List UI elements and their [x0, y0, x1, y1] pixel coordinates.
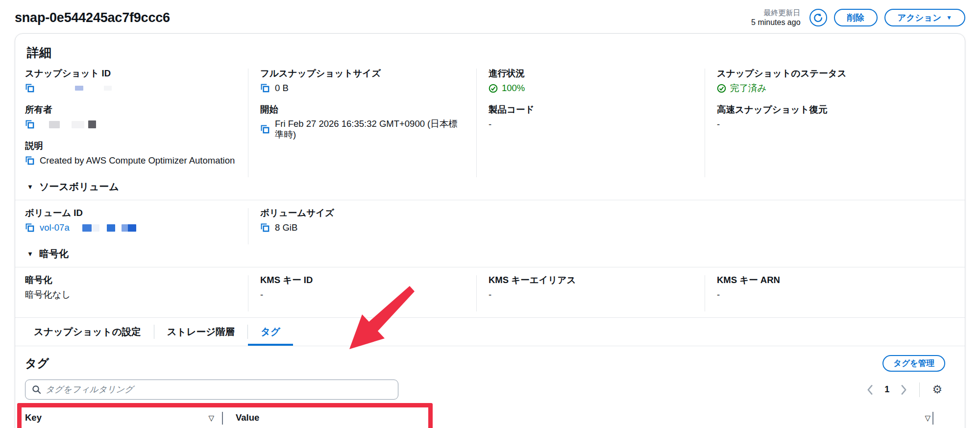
copy-snapshot-id-button[interactable] — [25, 83, 35, 93]
details-column-3: 進行状況 100% 製品コード - — [476, 69, 705, 177]
divider — [919, 382, 920, 397]
field-label: KMS キー ID — [260, 275, 465, 285]
key-column-filter-icon[interactable]: ▽ — [208, 414, 214, 422]
key-column-label: Key — [25, 412, 42, 423]
refresh-button[interactable] — [809, 9, 827, 26]
column-divider — [932, 412, 933, 425]
field-label: 進行状況 — [489, 69, 693, 78]
volume-size-value: 8 GiB — [275, 222, 297, 233]
field-kms-key-arn: KMS キー ARN - — [717, 275, 953, 301]
copy-icon — [260, 124, 270, 134]
field-label: スナップショットのステータス — [717, 69, 953, 78]
tags-table: Key ▽ Value ▽ — [25, 407, 953, 428]
encryption-section-toggle[interactable]: ▼ 暗号化 — [15, 244, 965, 267]
details-grid: スナップショット ID 所有者 — [15, 69, 965, 177]
field-owner: 所有者 — [25, 105, 236, 130]
copy-icon — [25, 223, 35, 233]
copy-owner-button[interactable] — [25, 119, 35, 129]
success-check-icon — [489, 84, 498, 93]
success-check-icon — [717, 84, 726, 93]
snapshot-card: 詳細 スナップショット ID 所有者 — [15, 33, 965, 428]
chevron-left-icon — [867, 384, 873, 395]
current-page[interactable]: 1 — [884, 384, 889, 395]
status-value: 完了済み — [730, 83, 766, 94]
field-label: 高速スナップショット復元 — [717, 105, 953, 115]
table-header-row: Key ▽ Value ▽ — [25, 407, 953, 428]
kms-key-id-value: - — [260, 289, 263, 300]
encryption-column-1: 暗号化 暗号化なし — [15, 275, 248, 311]
encryption-column-4: KMS キー ARN - — [705, 275, 965, 311]
field-label: KMS キーエイリアス — [489, 275, 693, 285]
manage-tags-button[interactable]: タグを管理 — [882, 355, 945, 372]
field-started: 開始 Fri Feb 27 2026 16:35:32 GMT+0900 (日本… — [260, 105, 465, 140]
tag-filter-input[interactable] — [46, 384, 392, 395]
value-column-filter-icon[interactable]: ▽ — [925, 414, 931, 422]
copy-size-button[interactable] — [260, 83, 270, 93]
encryption-column-3: KMS キーエイリアス - — [476, 275, 705, 311]
field-full-snapshot-size: フルスナップショットサイズ 0 B — [260, 69, 465, 94]
delete-button[interactable]: 削除 — [834, 9, 878, 26]
copy-description-button[interactable] — [25, 156, 35, 166]
caret-down-icon: ▼ — [946, 15, 952, 21]
key-column-header: Key ▽ — [25, 407, 223, 428]
tab-snapshot-settings[interactable]: スナップショットの設定 — [21, 318, 154, 346]
last-updated: 最終更新日 5 minutes ago — [751, 8, 801, 27]
tags-heading: タグ — [25, 356, 49, 371]
copy-volume-size-button[interactable] — [260, 223, 270, 233]
copy-started-button[interactable] — [260, 124, 270, 134]
redacted-value — [72, 121, 84, 128]
field-label: 開始 — [260, 105, 465, 115]
previous-page-button[interactable] — [867, 384, 873, 395]
progress-value: 100% — [502, 83, 525, 94]
tags-table-wrap: Key ▽ Value ▽ — [25, 407, 953, 428]
redacted-value — [122, 224, 136, 232]
source-volume-section-toggle[interactable]: ▼ ソースボリューム — [15, 177, 965, 200]
tag-filter-box — [25, 380, 398, 400]
field-volume-id: ボリューム ID vol-07a — [25, 208, 236, 234]
encryption-column-2: KMS キー ID - — [248, 275, 476, 311]
encryption-grid: 暗号化 暗号化なし KMS キー ID - KMS キーエイリアス - KMS … — [15, 267, 965, 311]
field-snapshot-id: スナップショット ID — [25, 69, 236, 94]
details-column-1: スナップショット ID 所有者 — [15, 69, 248, 177]
page-header: snap-0e544245ac7f9ccc6 最終更新日 5 minutes a… — [0, 0, 980, 33]
redacted-value — [88, 120, 96, 128]
copy-icon — [25, 119, 35, 129]
next-page-button[interactable] — [901, 384, 907, 395]
product-code-value: - — [489, 119, 491, 130]
source-volume-column-4 — [705, 208, 965, 244]
copy-icon — [25, 83, 35, 93]
field-label: ボリューム ID — [25, 208, 236, 218]
volume-id-link[interactable]: vol-07a — [40, 222, 70, 233]
source-volume-column-2: ボリュームサイズ 8 GiB — [248, 208, 476, 244]
source-volume-heading: ソースボリューム — [39, 180, 119, 193]
source-volume-grid: ボリューム ID vol-07a ボリュームサイズ — [15, 200, 965, 244]
actions-button[interactable]: アクション ▼ — [884, 9, 965, 26]
details-column-4: スナップショットのステータス 完了済み 高速スナップショット復元 - — [705, 69, 965, 177]
field-product-code: 製品コード - — [489, 105, 693, 130]
redacted-value — [92, 224, 99, 232]
field-fast-snapshot-restore: 高速スナップショット復元 - — [717, 105, 953, 130]
details-heading: 詳細 — [15, 34, 965, 69]
copy-icon — [260, 223, 270, 233]
snapshot-details-page: snap-0e544245ac7f9ccc6 最終更新日 5 minutes a… — [0, 0, 980, 428]
pagination: 1 ⚙ — [867, 382, 942, 397]
delete-button-label: 削除 — [847, 12, 864, 24]
collapse-icon: ▼ — [27, 183, 33, 190]
actions-button-label: アクション — [898, 12, 942, 24]
search-icon — [32, 385, 41, 394]
field-label: KMS キー ARN — [717, 275, 953, 285]
redacted-value — [49, 121, 60, 128]
fast-restore-value: - — [717, 119, 720, 130]
value-column-label: Value — [236, 412, 259, 423]
tab-storage-tier[interactable]: ストレージ階層 — [154, 318, 247, 346]
copy-volume-id-button[interactable] — [25, 223, 35, 233]
page-title: snap-0e544245ac7f9ccc6 — [15, 10, 170, 25]
copy-icon — [25, 156, 35, 166]
tab-tags[interactable]: タグ — [248, 318, 293, 346]
table-settings-button[interactable]: ⚙ — [932, 384, 942, 395]
field-label: 暗号化 — [25, 275, 236, 285]
collapse-icon: ▼ — [27, 250, 33, 258]
field-encryption: 暗号化 暗号化なし — [25, 275, 236, 301]
encryption-value: 暗号化なし — [25, 289, 71, 300]
field-progress: 進行状況 100% — [489, 69, 693, 94]
